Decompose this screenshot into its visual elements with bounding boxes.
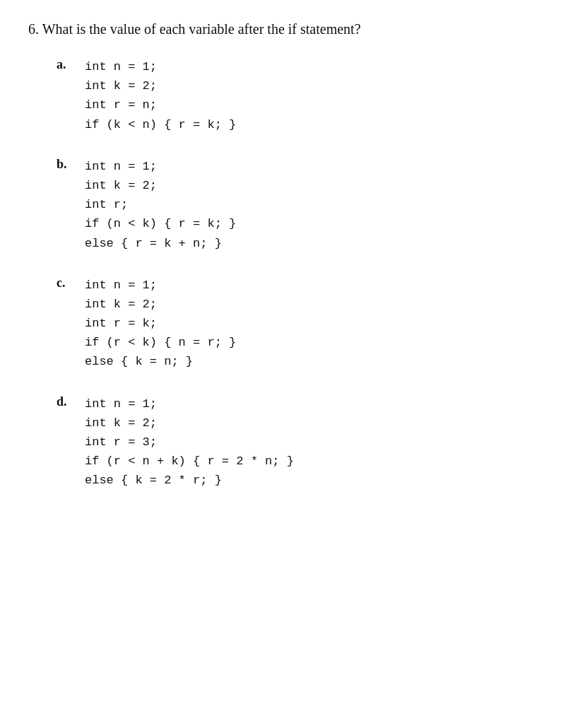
part-label-0: a. bbox=[57, 57, 85, 134]
part-code-2: int n = 1; int k = 2; int r = k; if (r <… bbox=[85, 276, 236, 372]
part-c: c.int n = 1; int k = 2; int r = k; if (r… bbox=[57, 276, 550, 372]
question-title: 6. What is the value of each variable af… bbox=[28, 21, 550, 37]
part-label-1: b. bbox=[57, 157, 85, 253]
parts-container: a.int n = 1; int k = 2; int r = n; if (k… bbox=[28, 57, 550, 491]
part-label-2: c. bbox=[57, 276, 85, 372]
part-code-1: int n = 1; int k = 2; int r; if (n < k) … bbox=[85, 157, 236, 253]
part-label-3: d. bbox=[57, 394, 85, 491]
part-b: b.int n = 1; int k = 2; int r; if (n < k… bbox=[57, 157, 550, 253]
part-code-0: int n = 1; int k = 2; int r = n; if (k <… bbox=[85, 57, 236, 134]
part-d: d.int n = 1; int k = 2; int r = 3; if (r… bbox=[57, 394, 550, 491]
part-a: a.int n = 1; int k = 2; int r = n; if (k… bbox=[57, 57, 550, 134]
part-code-3: int n = 1; int k = 2; int r = 3; if (r <… bbox=[85, 394, 294, 491]
